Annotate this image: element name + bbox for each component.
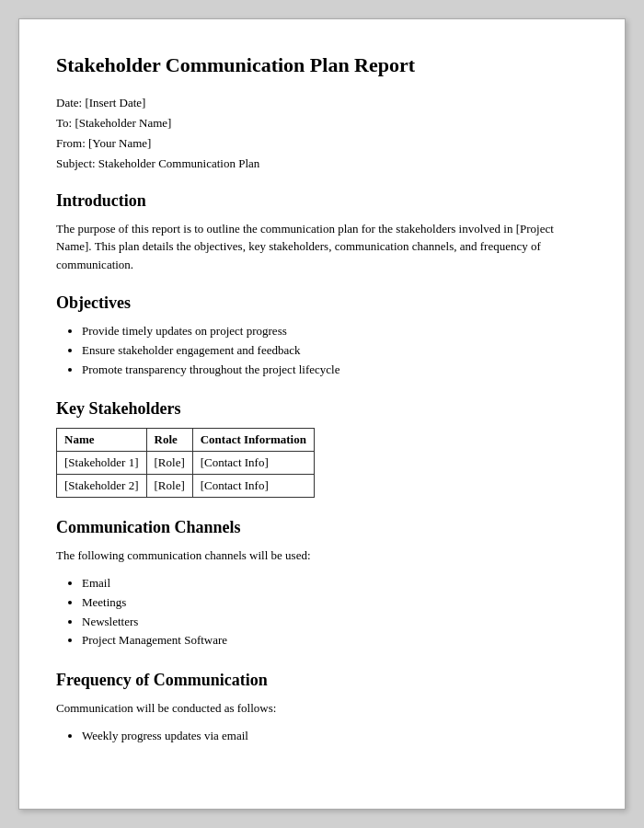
meta-date: Date: [Insert Date] xyxy=(56,96,588,110)
cell-stakeholder-1-contact: [Contact Info] xyxy=(192,452,314,475)
key-stakeholders-heading: Key Stakeholders xyxy=(56,399,588,419)
introduction-body: The purpose of this report is to outline… xyxy=(56,220,588,274)
cell-stakeholder-1-name: [Stakeholder 1] xyxy=(57,452,147,475)
stakeholders-table: Name Role Contact Information [Stakehold… xyxy=(56,428,315,498)
list-item: Email xyxy=(82,574,588,593)
objectives-heading: Objectives xyxy=(56,293,588,313)
frequency-list: Weekly progress updates via email xyxy=(82,727,588,746)
table-row: [Stakeholder 1] [Role] [Contact Info] xyxy=(57,452,315,475)
cell-stakeholder-2-role: [Role] xyxy=(146,475,192,498)
col-header-role: Role xyxy=(146,429,192,452)
meta-to: To: [Stakeholder Name] xyxy=(56,116,588,131)
communication-channels-intro: The following communication channels wil… xyxy=(56,546,588,565)
cell-stakeholder-2-contact: [Contact Info] xyxy=(192,475,314,498)
list-item: Project Management Software xyxy=(82,631,588,650)
document-page: Stakeholder Communication Plan Report Da… xyxy=(18,18,626,810)
communication-channels-heading: Communication Channels xyxy=(56,518,588,537)
list-item: Ensure stakeholder engagement and feedba… xyxy=(82,341,588,361)
col-header-contact: Contact Information xyxy=(192,429,314,452)
cell-stakeholder-1-role: [Role] xyxy=(146,452,192,475)
cell-stakeholder-2-name: [Stakeholder 2] xyxy=(57,475,147,498)
meta-subject: Subject: Stakeholder Communication Plan xyxy=(56,156,588,171)
col-header-name: Name xyxy=(57,429,147,452)
list-item: Newsletters xyxy=(82,613,588,632)
list-item: Meetings xyxy=(82,593,588,613)
frequency-heading: Frequency of Communication xyxy=(56,671,588,690)
document-title: Stakeholder Communication Plan Report xyxy=(56,52,588,79)
communication-channels-list: Email Meetings Newsletters Project Manag… xyxy=(82,574,588,650)
introduction-heading: Introduction xyxy=(56,191,588,211)
list-item: Promote transparency throughout the proj… xyxy=(82,361,588,380)
list-item: Weekly progress updates via email xyxy=(82,727,588,746)
list-item: Provide timely updates on project progre… xyxy=(82,322,588,341)
table-row: [Stakeholder 2] [Role] [Contact Info] xyxy=(57,475,315,498)
meta-from: From: [Your Name] xyxy=(56,136,588,151)
objectives-list: Provide timely updates on project progre… xyxy=(82,322,588,379)
table-header-row: Name Role Contact Information xyxy=(57,429,315,452)
frequency-intro: Communication will be conducted as follo… xyxy=(56,699,588,718)
